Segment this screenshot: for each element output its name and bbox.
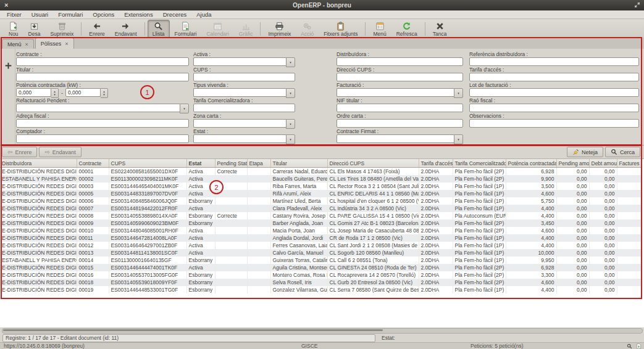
horizontal-scrollbar-thumb[interactable] [3, 329, 383, 331]
column-header-distribuidora[interactable]: Distribuïdora [0, 159, 77, 168]
endavant-button[interactable]: Endavant [110, 20, 142, 38]
rao-fiscal-input[interactable] [469, 104, 639, 112]
enrere-button[interactable]: Enrere [84, 20, 110, 38]
table-row[interactable]: E-DISTRIBUCIÓN REDES DIGITALES S. L.0001… [0, 264, 641, 271]
contracte-firmat-input[interactable] [337, 134, 454, 143]
contracte-input[interactable] [16, 57, 189, 66]
observacions-input[interactable] [469, 119, 639, 128]
imprimeix-button[interactable]: Imprimeix [263, 20, 296, 38]
table-row[interactable]: E-DISTRIBUCIÓN REDES DIGITALES S. L.0000… [0, 168, 641, 176]
nou-button[interactable]: Nou [4, 20, 23, 38]
search-button[interactable]: Cerca [605, 147, 640, 157]
chevron-down-icon[interactable]: ▾ [180, 104, 189, 113]
suprimeix-button[interactable]: Suprimeix [45, 20, 78, 38]
comptador-input[interactable] [16, 134, 189, 143]
lot-de-facturacio-input[interactable] [469, 88, 639, 97]
add-criteria-plus-icon[interactable] [4, 61, 12, 70]
facturacio-input[interactable] [337, 88, 454, 97]
table-row[interactable]: E-DISTRIBUCIÓN REDES DIGITALES S. L.0000… [0, 220, 641, 227]
spinner-input[interactable]: 0,000 [16, 88, 51, 97]
activa-input[interactable] [193, 57, 286, 66]
fitxers-adjunts-button[interactable]: Fitxers adjunts [319, 20, 362, 38]
adreca-fiscal-input[interactable] [16, 119, 189, 128]
table-row[interactable]: E-DISTRIBUCIÓN REDES DIGITALES S. L.0001… [0, 249, 641, 257]
tab-close-icon[interactable]: × [25, 41, 28, 47]
refacturacio-pendent-input[interactable] [16, 104, 180, 112]
referencia-distribuidora-input[interactable] [469, 57, 639, 66]
direccio-cups-input[interactable] [337, 73, 463, 81]
column-header-etapa[interactable]: Etapa [247, 159, 270, 168]
desa-button[interactable]: Desa [23, 20, 46, 38]
tab-polisses[interactable]: Pòlisses× [35, 38, 74, 49]
tanca-button[interactable]: Tanca [428, 20, 452, 38]
table-row[interactable]: E-DISTRIBUCIÓN REDES DIGITALES S. L.0001… [0, 271, 641, 279]
table-row[interactable]: E-DISTRIBUCIÓN REDES DIGITALES S. L.0001… [0, 286, 641, 294]
tarifa-comercialitzadora-input[interactable] [193, 104, 295, 112]
column-header-cups[interactable]: CUPS [109, 159, 186, 168]
table-row[interactable]: E-DISTRIBUCIÓN REDES DIGITALES S. L.0000… [0, 212, 641, 220]
spinner-arrows-icon[interactable]: ▴▾ [51, 88, 59, 98]
menu-item-formulari[interactable]: Formulari [53, 11, 88, 18]
table-row[interactable]: E-DISTRIBUCIÓN REDES DIGITALES S. L.0000… [0, 190, 641, 197]
cell-etapa [247, 234, 270, 242]
column-header-potencia-contractada-kw[interactable]: Potència contractada (kW) [506, 159, 556, 168]
menu-item-fitxer[interactable]: Fitxer [2, 11, 27, 18]
estat-input[interactable] [193, 134, 286, 143]
cups-input[interactable] [193, 73, 295, 81]
column-header-tarifa-comercialitzadora[interactable]: Tarifa Comercialitzadora [453, 159, 506, 168]
column-header-titular[interactable]: Titular [270, 159, 327, 168]
chevron-down-icon[interactable]: ▾ [454, 134, 463, 144]
column-header-debt-amount[interactable]: Debt amount [589, 159, 617, 168]
tipus-vivenda-input[interactable] [193, 88, 286, 97]
llista-button[interactable]: Llista [148, 20, 170, 38]
table-row[interactable]: E-DISTRIBUCIÓN REDES DIGITALES S. L.0001… [0, 279, 641, 286]
chevron-down-icon[interactable]: ▾ [286, 119, 295, 129]
footer-search-icon[interactable] [627, 343, 632, 349]
menu-item-ajuda[interactable]: Ajuda [191, 11, 216, 18]
column-header-pending-amount[interactable]: Pending amount [556, 159, 589, 168]
nif-titular-input[interactable] [337, 104, 463, 112]
menu-item-dreceres[interactable]: Dreceres [158, 11, 192, 18]
forward-button[interactable]: ⇨ Endavant [39, 147, 81, 157]
table-row[interactable]: E-DISTRIBUCIÓN REDES DIGITALES S. L.0001… [0, 227, 641, 234]
titular-input[interactable] [16, 73, 189, 81]
menu-item-opcions[interactable]: Opcions [88, 11, 119, 18]
window-restore-icon[interactable] [634, 2, 640, 8]
tarifa-d-acces-input[interactable] [469, 73, 639, 81]
column-header-factures-im[interactable]: Factures im [617, 159, 641, 168]
clear-button[interactable]: Neteja [567, 147, 603, 157]
refresca-button[interactable]: Refresca [391, 20, 422, 38]
column-header-direccio-cups[interactable]: Direcció CUPS [327, 159, 419, 168]
table-row[interactable]: E-DISTRIBUCIÓN REDES DIGITALES S. L.0000… [0, 205, 641, 212]
cell-direccio-cups: CL Gurb 20 Entresol 2a 08500 (Vic) [327, 279, 419, 286]
chevron-down-icon[interactable]: ▾ [286, 134, 295, 144]
menu-item-usuari[interactable]: Usuari [27, 11, 53, 18]
table-row[interactable]: E-DISTRIBUCIÓN REDES DIGITALES S. L.0001… [0, 242, 641, 249]
column-header-pending-state[interactable]: Pending State [215, 159, 247, 168]
horizontal-scrollbar[interactable] [2, 328, 643, 334]
column-header-tarifa-d-acces[interactable]: Tarifa d'accés [419, 159, 453, 168]
tab-menu[interactable]: Menú× [2, 39, 34, 49]
chevron-down-icon[interactable]: ▾ [454, 88, 463, 98]
zona-carta-input[interactable] [193, 119, 286, 128]
column-header-contracte[interactable]: Contracte [77, 159, 109, 168]
footer-log-icon[interactable] [636, 343, 642, 349]
menu-item-extensions[interactable]: Extensions [119, 11, 157, 18]
table-row[interactable]: ESTABANELL Y PAHISA ENERGIA, S.A.00002ES… [0, 175, 641, 183]
formulari-button[interactable]: Formulari [170, 20, 202, 38]
back-button[interactable]: ⇦ Enrere [2, 147, 37, 157]
ordre-carta-input[interactable] [337, 119, 463, 128]
table-row[interactable]: E-DISTRIBUCIÓN REDES DIGITALES S. L.0000… [0, 197, 641, 205]
spinner-input[interactable]: 0,000 [65, 88, 101, 97]
chevron-down-icon[interactable]: ▾ [286, 88, 295, 98]
column-header-estat[interactable]: Estat [186, 159, 215, 168]
table-row[interactable]: ESTABANELL Y PAHISA ENERGIA, S.A.00014ES… [0, 257, 641, 264]
distribuidora-input[interactable] [337, 57, 463, 66]
tab-close-icon[interactable]: × [65, 41, 68, 47]
records-table-wrap: DistribuïdoraContracteCUPSEstatPending S… [0, 159, 644, 294]
menu-button[interactable]: Menú [368, 20, 391, 38]
table-row[interactable]: E-DISTRIBUCIÓN REDES DIGITALES S. L.0000… [0, 183, 641, 190]
chevron-down-icon[interactable]: ▾ [286, 57, 295, 67]
table-row[interactable]: E-DISTRIBUCIÓN REDES DIGITALES S. L.0001… [0, 234, 641, 242]
spinner-arrows-icon[interactable]: ▴▾ [101, 88, 108, 98]
